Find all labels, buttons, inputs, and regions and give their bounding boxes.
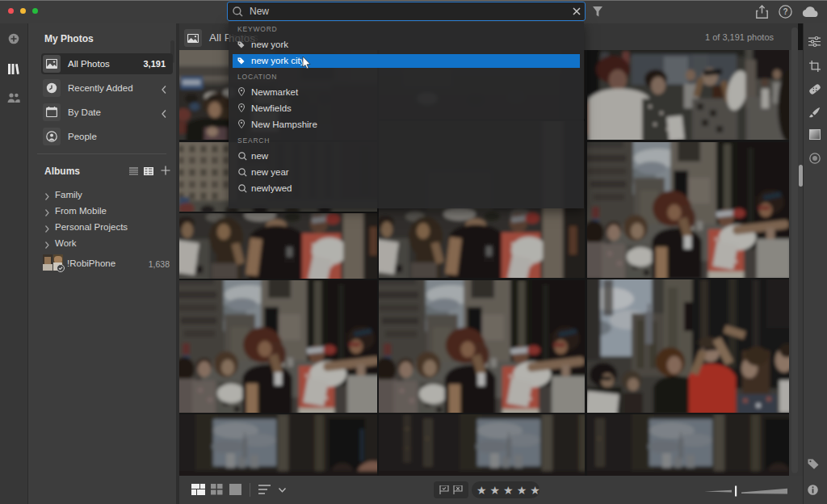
- svg-text:?: ?: [783, 7, 787, 16]
